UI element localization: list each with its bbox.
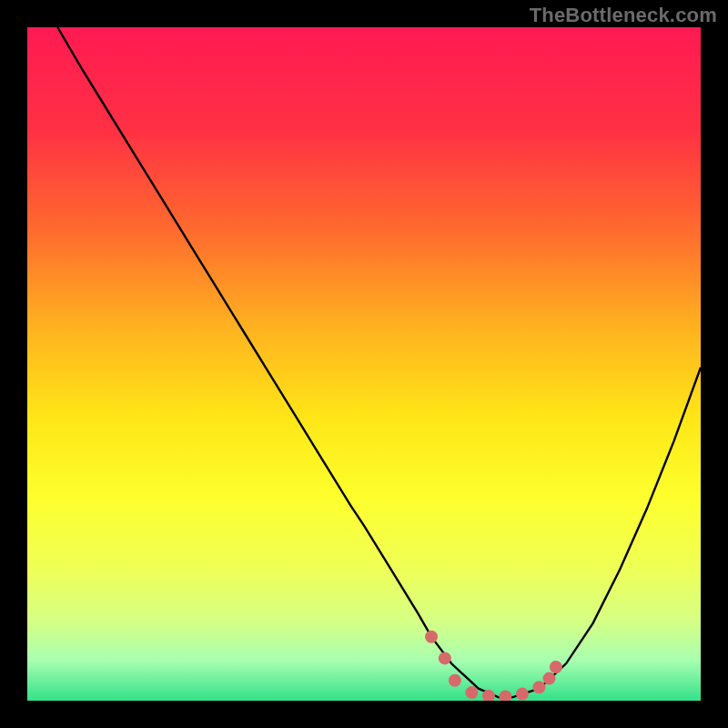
marker-dot [543, 672, 556, 685]
watermark-text: TheBottleneck.com [530, 4, 717, 27]
marker-dot [532, 681, 545, 693]
optimal-range-markers [425, 631, 562, 701]
marker-dot [439, 652, 451, 664]
chart-svg [27, 27, 701, 701]
marker-dot [482, 690, 495, 701]
gradient-background [27, 27, 701, 701]
chart-frame: TheBottleneck.com [0, 0, 728, 728]
marker-dot [449, 674, 461, 687]
marker-dot [465, 686, 478, 699]
marker-dot [425, 631, 438, 643]
marker-dot [499, 691, 511, 701]
bottleneck-curve [57, 27, 701, 697]
marker-dot [550, 661, 562, 673]
marker-dot [516, 688, 529, 701]
plot-area [27, 27, 701, 701]
